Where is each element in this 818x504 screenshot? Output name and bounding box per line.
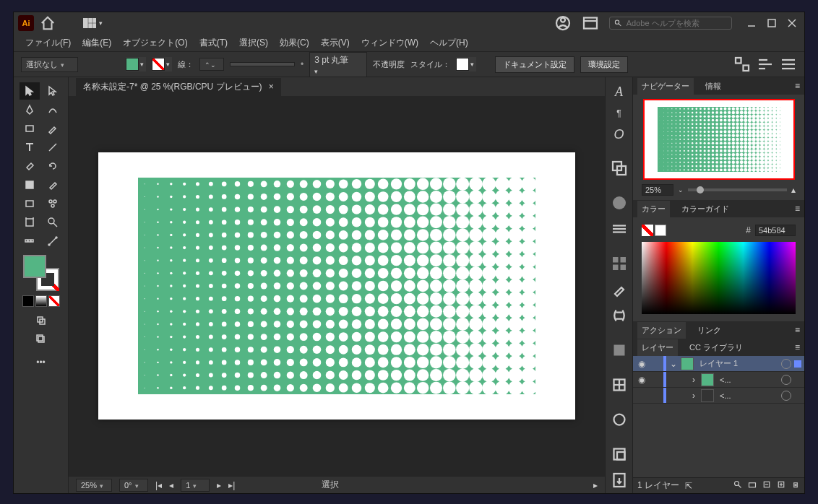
paintbrush-tool[interactable] bbox=[43, 120, 63, 137]
locate-icon[interactable] bbox=[733, 480, 742, 491]
variable-width-profile[interactable] bbox=[230, 62, 295, 66]
eyedropper-tool[interactable] bbox=[43, 176, 63, 194]
navigator-preview[interactable] bbox=[643, 99, 795, 180]
zoom-level[interactable]: 25% bbox=[76, 479, 112, 492]
artboard-nav-prev-icon[interactable]: ◂ bbox=[169, 480, 173, 490]
menu-file[interactable]: ファイル(F) bbox=[21, 35, 75, 51]
preferences-button[interactable]: 環境設定 bbox=[580, 56, 628, 73]
brushes-panel-icon[interactable] bbox=[611, 281, 628, 298]
appearance-panel-icon[interactable] bbox=[611, 194, 628, 212]
screen-mode-icon[interactable] bbox=[31, 312, 51, 329]
color-spectrum[interactable] bbox=[642, 242, 796, 314]
artboard-nav-last-icon[interactable]: ▸| bbox=[228, 480, 235, 490]
help-search-input[interactable] bbox=[627, 19, 727, 27]
disclosure-icon[interactable]: ⌄ bbox=[669, 359, 678, 369]
pen-tool[interactable] bbox=[20, 101, 40, 118]
arrange-docs-icon[interactable] bbox=[582, 14, 599, 32]
edit-toolbar[interactable]: ••• bbox=[31, 354, 51, 371]
zoom-tool[interactable] bbox=[43, 214, 63, 231]
graphic-style-control[interactable]: ▾ bbox=[456, 57, 476, 71]
gradient-tool[interactable] bbox=[20, 195, 40, 212]
layer-name[interactable]: <... bbox=[717, 391, 778, 400]
cloud-sync-icon[interactable] bbox=[554, 14, 572, 32]
fill-color-control[interactable]: ▾ bbox=[126, 57, 146, 71]
draw-behind-mode[interactable] bbox=[35, 295, 47, 307]
tab-actions[interactable]: アクション bbox=[637, 322, 686, 339]
type-panel-icon[interactable]: A bbox=[611, 84, 628, 100]
layer-row[interactable]: › <... bbox=[633, 388, 804, 404]
transparency-panel-icon[interactable] bbox=[611, 411, 628, 428]
workspace-switcher[interactable]: ▾ bbox=[83, 18, 103, 28]
menu-select[interactable]: 選択(S) bbox=[235, 35, 272, 51]
asset-export-panel-icon[interactable] bbox=[611, 472, 628, 489]
target-icon[interactable] bbox=[781, 359, 791, 369]
zoom-out-icon[interactable]: ▴ bbox=[791, 185, 796, 195]
stroke-color-control[interactable]: ▾ bbox=[152, 57, 172, 71]
tab-cc-libraries[interactable]: CC ライブラリ bbox=[685, 339, 747, 356]
change-screen-mode[interactable] bbox=[31, 331, 51, 348]
pathfinder-panel-icon[interactable] bbox=[611, 160, 628, 177]
hand-tool[interactable] bbox=[20, 233, 40, 250]
target-icon[interactable] bbox=[781, 391, 791, 401]
symbols-panel-icon[interactable] bbox=[611, 307, 628, 324]
tab-links[interactable]: リンク bbox=[693, 322, 726, 339]
hex-input[interactable] bbox=[755, 225, 796, 236]
menu-view[interactable]: 表示(V) bbox=[317, 35, 354, 51]
artboard-nav-next-icon[interactable]: ▸ bbox=[217, 480, 221, 490]
export-icon[interactable]: ⇱ bbox=[685, 481, 692, 491]
disclosure-icon[interactable]: › bbox=[689, 391, 698, 401]
menu-help[interactable]: ヘルプ(H) bbox=[426, 35, 473, 51]
menu-window[interactable]: ウィンドウ(W) bbox=[357, 35, 423, 51]
draw-inside-mode[interactable] bbox=[48, 295, 60, 307]
tab-navigator[interactable]: ナビゲーター bbox=[637, 78, 694, 95]
menu-object[interactable]: オブジェクト(O) bbox=[119, 35, 191, 51]
close-button[interactable] bbox=[787, 18, 797, 28]
navigator-zoom-slider[interactable] bbox=[688, 188, 787, 191]
graphic-styles-panel-icon[interactable] bbox=[611, 342, 628, 359]
tab-color-guide[interactable]: カラーガイド bbox=[677, 201, 733, 217]
panel-menu-icon[interactable]: ≡ bbox=[795, 342, 800, 352]
fill-stroke-indicator[interactable] bbox=[23, 255, 59, 291]
canvas-viewport[interactable] bbox=[69, 96, 605, 476]
maximize-button[interactable] bbox=[767, 18, 777, 28]
artboard-nav-first-icon[interactable]: |◂ bbox=[155, 480, 162, 490]
draw-normal-mode[interactable] bbox=[22, 295, 34, 307]
layer-row[interactable]: ◉ › <... bbox=[633, 372, 804, 388]
layer-row[interactable]: ◉ ⌄ レイヤー 1 bbox=[633, 356, 804, 372]
artboards-panel-icon[interactable] bbox=[611, 446, 628, 463]
snap-icon[interactable] bbox=[733, 56, 751, 73]
measure-tool[interactable] bbox=[43, 233, 63, 250]
target-icon[interactable] bbox=[781, 375, 791, 385]
status-nav-icon[interactable]: ▸ bbox=[593, 480, 598, 490]
collect-icon[interactable] bbox=[748, 480, 757, 491]
fill-swatch[interactable] bbox=[23, 255, 46, 278]
document-setup-button[interactable]: ドキュメント設定 bbox=[495, 56, 574, 73]
transform-panel-icon[interactable] bbox=[611, 376, 628, 394]
tab-layers[interactable]: レイヤー bbox=[637, 339, 678, 356]
direct-selection-tool[interactable] bbox=[43, 82, 63, 100]
minimize-button[interactable] bbox=[746, 18, 757, 28]
swatches-panel-icon[interactable] bbox=[611, 255, 628, 272]
glyphs-panel-icon[interactable]: O bbox=[611, 127, 628, 142]
layer-name[interactable]: <... bbox=[717, 375, 778, 384]
stroke-panel-icon[interactable] bbox=[611, 220, 628, 238]
stroke-weight-stepper[interactable]: ⌃⌄ bbox=[199, 58, 224, 71]
panel-menu-icon[interactable]: ≡ bbox=[795, 325, 800, 335]
menu-edit[interactable]: 編集(E) bbox=[78, 35, 116, 51]
document-tab[interactable]: 名称未設定-7* @ 25 %(RGB/CPU プレビュー) × bbox=[76, 78, 281, 96]
selection-tool[interactable] bbox=[20, 82, 40, 100]
layer-name[interactable]: レイヤー 1 bbox=[697, 358, 778, 369]
align-icon[interactable] bbox=[757, 56, 774, 73]
shape-builder-tool[interactable] bbox=[20, 176, 40, 194]
menu-effect[interactable]: 効果(C) bbox=[275, 35, 314, 51]
eraser-tool[interactable] bbox=[20, 157, 40, 175]
selection-indicator[interactable]: 選択なし bbox=[21, 57, 78, 72]
curvature-tool[interactable] bbox=[43, 101, 63, 118]
rectangle-tool[interactable] bbox=[20, 120, 40, 137]
home-icon[interactable] bbox=[40, 15, 56, 31]
paragraph-panel-icon[interactable]: ¶ bbox=[611, 108, 628, 118]
tab-info[interactable]: 情報 bbox=[701, 78, 726, 95]
close-tab-icon[interactable]: × bbox=[269, 82, 274, 92]
new-sublayer-icon[interactable] bbox=[762, 480, 771, 491]
artboard-tool[interactable] bbox=[20, 214, 40, 231]
